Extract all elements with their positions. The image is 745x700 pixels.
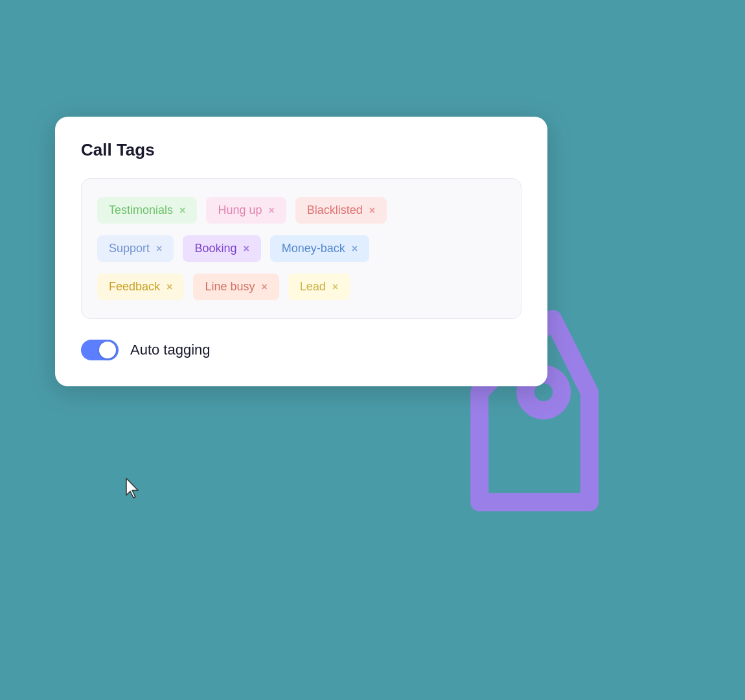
tag-close-lead[interactable]: × <box>332 281 338 293</box>
toggle-knob <box>99 342 116 358</box>
tags-row-1: Testimonials × Hung up × Blacklisted × <box>97 197 505 224</box>
tag-close-line-busy[interactable]: × <box>261 281 267 293</box>
tag-close-money-back[interactable]: × <box>352 243 358 255</box>
scene: Call Tags Testimonials × Hung up × Black… <box>55 97 690 603</box>
tag-close-booking[interactable]: × <box>243 243 249 255</box>
tag-label: Money-back <box>282 242 345 255</box>
tag-money-back[interactable]: Money-back × <box>270 235 369 262</box>
toggle-row: Auto tagging <box>81 340 522 360</box>
tags-row-2: Support × Booking × Money-back × <box>97 235 505 262</box>
tag-line-busy[interactable]: Line busy × <box>193 274 279 300</box>
tag-label: Line busy <box>205 280 255 294</box>
tag-label: Testimonials <box>109 204 173 217</box>
card-title: Call Tags <box>81 140 522 160</box>
tag-close-testimonials[interactable]: × <box>179 205 185 216</box>
tag-testimonials[interactable]: Testimonials × <box>97 197 197 224</box>
tag-blacklisted[interactable]: Blacklisted × <box>295 197 387 224</box>
auto-tagging-label: Auto tagging <box>130 342 211 358</box>
tag-close-blacklisted[interactable]: × <box>369 205 375 216</box>
tag-label: Booking <box>194 242 236 255</box>
tag-booking[interactable]: Booking × <box>183 235 260 262</box>
call-tags-card: Call Tags Testimonials × Hung up × Black… <box>55 117 547 386</box>
cursor <box>125 477 143 499</box>
tag-hung-up[interactable]: Hung up × <box>206 197 286 224</box>
tags-row-3: Feedback × Line busy × Lead × <box>97 274 505 300</box>
tag-label: Hung up <box>218 204 262 217</box>
tag-close-feedback[interactable]: × <box>166 281 172 293</box>
tag-feedback[interactable]: Feedback × <box>97 274 184 300</box>
tag-label: Feedback <box>109 280 160 294</box>
tag-label: Blacklisted <box>307 204 363 217</box>
tag-close-hung-up[interactable]: × <box>268 205 274 216</box>
tag-lead[interactable]: Lead × <box>288 274 350 300</box>
tag-support[interactable]: Support × <box>97 235 174 262</box>
auto-tagging-toggle[interactable] <box>81 340 119 360</box>
tag-close-support[interactable]: × <box>156 243 162 255</box>
tag-label: Lead <box>300 280 326 294</box>
tags-container: Testimonials × Hung up × Blacklisted × S… <box>81 178 522 319</box>
tag-label: Support <box>109 242 150 255</box>
